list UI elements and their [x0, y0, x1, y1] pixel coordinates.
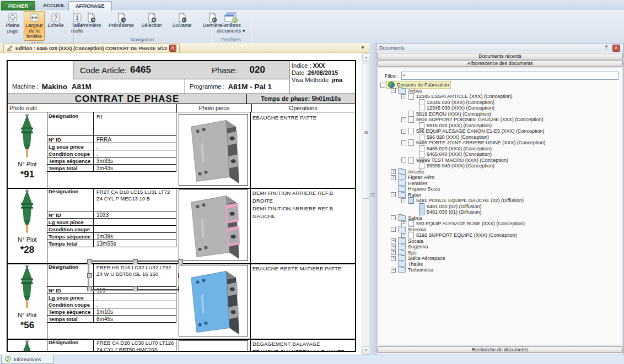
scroll-up-icon[interactable]: ▲ [362, 53, 370, 62]
collapse-icon[interactable]: - [380, 83, 385, 88]
total-value[interactable]: 13m55s [94, 240, 176, 247]
recent-documents-bar[interactable]: Documents récents [377, 53, 623, 59]
tree-item[interactable]: -5916 SUPPORT POIGNEE GAUCHE (XXX) (Conc… [378, 117, 622, 123]
expand-icon[interactable]: + [391, 268, 396, 273]
panel-splitter[interactable] [369, 43, 376, 355]
expand-icon[interactable]: + [401, 221, 406, 226]
tree-item[interactable]: +Sogerma [378, 244, 622, 250]
expand-icon[interactable]: + [391, 169, 396, 174]
document-windows-button[interactable]: Fenêtres documents ▾ [214, 11, 248, 35]
pin-icon[interactable] [603, 45, 609, 51]
expand-icon[interactable]: + [391, 256, 396, 261]
filter-input[interactable] [401, 72, 618, 80]
vertical-scrollbar[interactable]: ▲ ▼ [362, 53, 369, 355]
ribbon: FICHIER ACCUEIL AFFICHAGE Pleine page La… [0, 0, 624, 44]
selection-handle[interactable] [87, 286, 92, 291]
tree-item[interactable]: 5481 020 (02) (Diffusion) [378, 204, 622, 210]
next-page-button[interactable]: Suivante [167, 11, 197, 30]
document-tab-title: Edition : 6465 020 (XXX) (Conception) CO… [15, 46, 167, 51]
tree-item[interactable]: -6465 PORTE JOINT ARRIERE USINE (XXX) (C… [378, 140, 622, 146]
collapse-icon[interactable]: - [391, 192, 396, 197]
tree-item-label: Herakles [408, 181, 428, 186]
tree-item[interactable]: -5481 POULIE EQUIPE GAUCHE (02) (Diffusi… [378, 198, 622, 204]
tree-item[interactable]: -Dossiers de Fabrication [378, 82, 622, 88]
tree-item[interactable]: +6192 SUPPORT EQUIPE (XXX) (Conception) [378, 232, 622, 238]
document-tab[interactable]: Edition : 6465 020 (XXX) (Conception) CO… [3, 44, 180, 52]
tree-item[interactable]: +Aircelle [378, 169, 622, 175]
seq-label: Temps séquence [47, 233, 94, 240]
tree-item[interactable]: +593 EQUIP ALESAGE BUSE (XXX) (Conceptio… [378, 221, 622, 227]
selection-handle[interactable] [133, 286, 138, 291]
collapse-icon[interactable]: - [401, 198, 406, 203]
selection-handle[interactable] [133, 259, 138, 264]
navigation-group: Première Précédente Sélection Suivante [74, 10, 211, 43]
id-value[interactable]: 1033 [94, 211, 176, 218]
tab-affichage[interactable]: AFFICHAGE [68, 1, 112, 10]
scale-button[interactable]: ? Echelle [45, 11, 66, 30]
condition-value[interactable]: . [94, 226, 176, 232]
selection-handle[interactable] [87, 259, 92, 264]
tree-item[interactable]: Hispano Suiza [378, 186, 622, 192]
close-panel-icon[interactable]: ✕ [612, 45, 620, 52]
seq-value[interactable]: 3m33s [94, 157, 176, 164]
tree-item[interactable]: 99999 040 (XXX) (Conception) [378, 163, 622, 169]
close-document-icon[interactable]: ✕ [169, 45, 176, 52]
collapse-icon[interactable]: - [401, 94, 406, 99]
condition-value[interactable]: . [94, 150, 176, 157]
collapse-icon[interactable]: - [391, 227, 396, 232]
designation-value[interactable]: FR2T CA D10 LC15 LU31 LT72 Z4 CYL P MEC1… [94, 188, 176, 211]
lg-value[interactable]: . [94, 143, 176, 150]
folder-icon [398, 215, 406, 221]
designation-value[interactable]: FREB CA D20 LC38 LU70 LT126 Z4 CYL * BBT… [94, 339, 176, 352]
seq-value[interactable]: 1m10s [94, 308, 176, 315]
selection-handle[interactable] [87, 273, 92, 278]
tree-item[interactable]: +Socata [378, 238, 622, 245]
tab-list-dropdown-icon[interactable]: ▼ [361, 45, 365, 50]
tree-item[interactable]: Thalès [378, 262, 622, 268]
expand-icon[interactable]: + [391, 245, 396, 249]
collapse-icon[interactable]: - [401, 129, 406, 134]
selection-box[interactable] [89, 261, 181, 290]
tab-fichier[interactable]: FICHIER [1, 1, 35, 10]
tree-item[interactable]: Herakles [378, 181, 622, 187]
total-value[interactable]: 3m43s [94, 165, 176, 171]
tree-item[interactable]: -596 EQUIP ALESAGE CANON E1-E5 (XXX) (Co… [378, 128, 622, 134]
designation-value[interactable]: R1 [94, 112, 176, 135]
tree-item[interactable]: +Sps [378, 250, 622, 256]
tree-item[interactable]: +Stélia Aérospace [378, 256, 622, 262]
tree-item[interactable]: -12345 ESSAI ARTICLE (XXX) (Conception) [378, 94, 622, 100]
informations-tab[interactable]: Informations [1, 355, 54, 364]
tree-item[interactable]: 12345 020 (XXX) (Conception) [378, 100, 622, 106]
expand-icon[interactable]: + [391, 238, 396, 243]
selection-page-button[interactable]: Sélection [137, 11, 166, 30]
tree-item-label: 596 020 (XXX) (Conception) [427, 134, 489, 140]
search-documents-bar[interactable]: Recherche de documents [377, 346, 623, 353]
tree-item[interactable]: +Figeac Aéro [378, 175, 622, 181]
tree-item[interactable]: -99999 TEST MACRO (XXX) (Conception) [378, 157, 622, 164]
scroll-down-icon[interactable]: ▼ [362, 346, 370, 355]
tree-item[interactable]: 5481 030 (01) (Diffusion) [378, 209, 622, 215]
tree-item[interactable]: +Turboméca [378, 267, 622, 273]
previous-page-button[interactable]: Précédente [106, 11, 136, 30]
expand-icon[interactable]: + [391, 250, 396, 255]
total-value[interactable]: 8m45s [94, 316, 176, 322]
collapse-icon[interactable]: - [391, 88, 396, 93]
id-value[interactable]: FRRA [94, 136, 176, 143]
first-page-button[interactable]: Première [76, 11, 106, 30]
collapse-icon[interactable]: - [391, 215, 396, 220]
fit-page-button[interactable]: Pleine page [2, 11, 23, 35]
fit-width-button[interactable]: Largeur de la fenêtre [24, 11, 45, 41]
condition-value[interactable]: . [94, 301, 176, 308]
lg-value[interactable]: . [94, 219, 176, 225]
collapse-icon[interactable]: - [401, 140, 406, 145]
documents-tree-bar[interactable]: Arborescence des documents [377, 60, 623, 67]
tab-accueil[interactable]: ACCUEIL [36, 1, 72, 10]
collapse-icon[interactable]: - [401, 117, 406, 122]
expand-icon[interactable]: + [401, 233, 406, 238]
seq-value[interactable]: 1m39s [94, 233, 176, 240]
lg-value[interactable]: . [94, 294, 176, 301]
expand-icon[interactable]: + [391, 175, 396, 180]
tree-item[interactable]: 6465 020 (XXX) (Conception) [378, 146, 622, 152]
collapse-icon[interactable]: - [401, 157, 406, 162]
navigation-group-label: Navigation [74, 37, 211, 43]
